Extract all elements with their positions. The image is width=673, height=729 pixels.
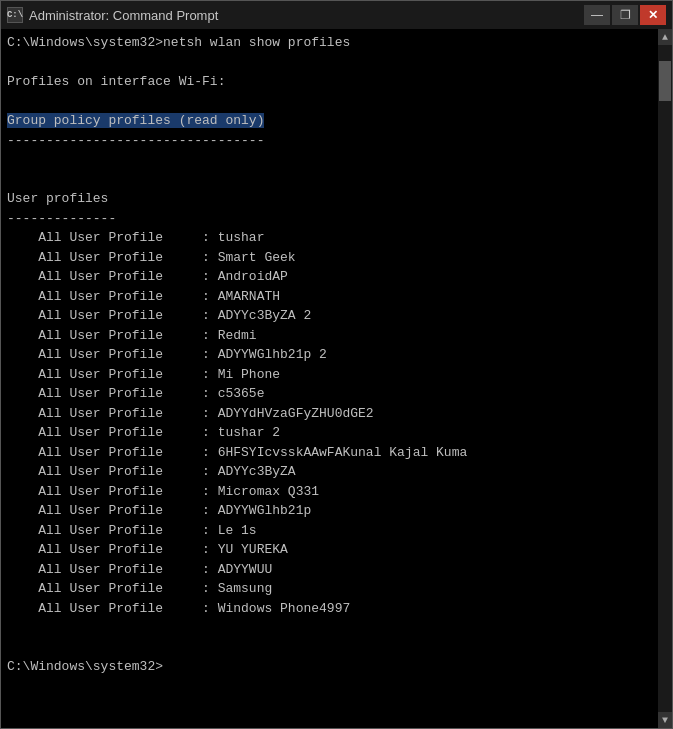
scrollbar[interactable]: ▲ ▼ xyxy=(658,29,672,728)
scroll-thumb[interactable] xyxy=(659,61,671,101)
title-bar: C:\ Administrator: Command Prompt — ❐ ✕ xyxy=(1,1,672,29)
main-window: C:\ Administrator: Command Prompt — ❐ ✕ … xyxy=(0,0,673,729)
window-icon: C:\ xyxy=(7,7,23,23)
minimize-button[interactable]: — xyxy=(584,5,610,25)
title-buttons[interactable]: — ❐ ✕ xyxy=(584,5,666,25)
title-bar-left: C:\ Administrator: Command Prompt xyxy=(7,7,218,23)
scroll-up-arrow[interactable]: ▲ xyxy=(658,29,672,45)
console-output[interactable]: C:\Windows\system32>netsh wlan show prof… xyxy=(1,29,658,728)
console-body: C:\Windows\system32>netsh wlan show prof… xyxy=(1,29,672,728)
close-button[interactable]: ✕ xyxy=(640,5,666,25)
restore-button[interactable]: ❐ xyxy=(612,5,638,25)
window-title: Administrator: Command Prompt xyxy=(29,8,218,23)
scroll-down-arrow[interactable]: ▼ xyxy=(658,712,672,728)
